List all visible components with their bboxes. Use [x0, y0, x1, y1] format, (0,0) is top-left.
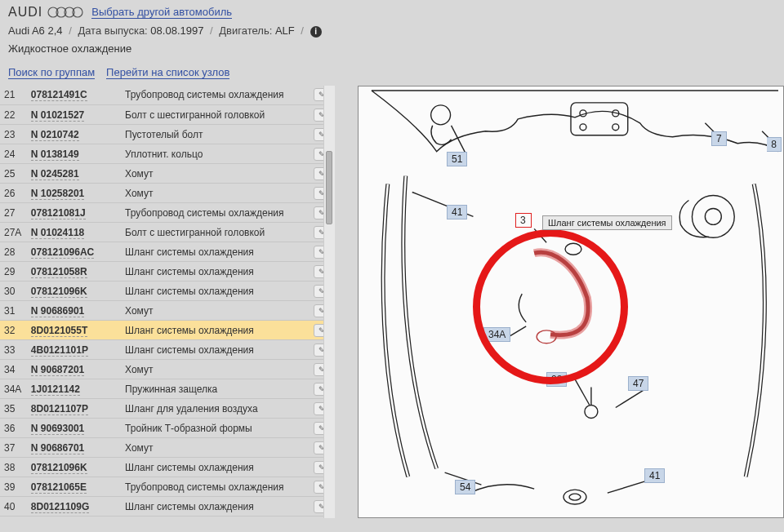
part-description: Тройник Т-образной формы [121, 419, 309, 438]
table-row[interactable]: 27078121081JТрубопровод системы охлажден… [0, 203, 335, 223]
table-row[interactable]: 34A1J0121142Пружинная защелка✎ [0, 379, 335, 399]
brand-logo: AUDI [8, 5, 83, 20]
table-row[interactable]: 334B0121101PШланг системы охлаждения✎ [0, 340, 335, 360]
part-number-link[interactable]: 8D0121107P [31, 403, 88, 415]
engine-value: ALF [275, 24, 295, 37]
callout-7[interactable]: 7 [711, 131, 727, 146]
part-number-cell: N 01024118 [27, 223, 121, 242]
row-index: 41 [0, 516, 27, 518]
part-description: Шланг системы охлаждения [121, 321, 309, 340]
callout-41[interactable]: 41 [447, 205, 467, 219]
part-number-cell: 8D0121107P [27, 399, 121, 419]
svg-point-8 [580, 123, 586, 130]
part-number-link[interactable]: 8D0121109G [31, 501, 89, 513]
part-description: Шланг для удаления воздуха [121, 399, 309, 419]
table-row[interactable]: 358D0121107PШланг для удаления воздуха✎ [0, 399, 335, 419]
table-row[interactable]: 31N 90686901Хомут✎ [0, 301, 335, 321]
table-row[interactable]: 41N 90655301Хомут✎ [0, 516, 335, 518]
part-number-link[interactable]: N 90693001 [31, 423, 84, 435]
part-number-cell: 8D0121109G [27, 497, 121, 516]
part-number-link[interactable]: N 10258201 [31, 188, 84, 200]
table-row[interactable]: 328D0121055TШланг системы охлаждения✎ [0, 321, 335, 340]
part-number-link[interactable]: N 90686901 [31, 305, 84, 317]
table-row[interactable]: 29078121058RШланг системы охлаждения✎ [0, 262, 335, 282]
row-index: 34A [0, 379, 27, 399]
part-number-link[interactable]: 078121065E [31, 481, 87, 494]
table-row[interactable]: 24N 0138149Уплотнит. кольцо✎ [0, 144, 335, 164]
part-description: Болт с шестигранной головкой [121, 223, 309, 242]
row-index: 29 [0, 262, 27, 282]
row-index: 30 [0, 282, 27, 301]
tab-search-by-groups[interactable]: Поиск по группам [8, 66, 95, 79]
part-number-link[interactable]: 1J0121142 [31, 383, 80, 396]
part-number-link[interactable]: N 90687201 [31, 364, 84, 376]
part-description: Пружинная защелка [121, 379, 309, 399]
part-number-cell: 078121065E [27, 477, 121, 497]
row-index: 33 [0, 340, 27, 360]
part-number-link[interactable]: 078121096K [31, 462, 87, 474]
svg-point-12 [692, 195, 734, 237]
part-number-cell: N 0210742 [27, 125, 121, 144]
part-number-link[interactable]: 078121096AC [31, 246, 94, 259]
svg-point-9 [612, 123, 619, 130]
callout-8[interactable]: 8 [767, 137, 782, 152]
callout-54[interactable]: 54 [455, 480, 475, 494]
callout-47[interactable]: 47 [628, 376, 648, 391]
change-car-link[interactable]: Выбрать другой автомобиль [91, 6, 232, 19]
scrollbar[interactable] [323, 86, 335, 518]
scrollbar-thumb[interactable] [326, 151, 332, 224]
row-index: 38 [0, 458, 27, 477]
part-number-link[interactable]: 8D0121055T [31, 325, 87, 337]
part-number-link[interactable]: 078121491C [31, 89, 87, 101]
part-number-link[interactable]: 078121081J [31, 207, 86, 219]
part-description: Трубопровод системы охлаждения [121, 203, 309, 223]
part-number-link[interactable]: N 0245281 [31, 168, 79, 180]
table-row[interactable]: 39078121065EТрубопровод системы охлажден… [0, 477, 335, 497]
part-number-link[interactable]: 4B0121101P [31, 344, 88, 357]
table-row[interactable]: 27AN 01024118Болт с шестигранной головко… [0, 223, 335, 242]
row-index: 21 [0, 86, 27, 105]
tab-go-to-assembly-list[interactable]: Перейти на список узлов [106, 66, 229, 79]
table-row[interactable]: 21078121491CТрубопровод системы охлажден… [0, 86, 335, 105]
row-index: 25 [0, 164, 27, 184]
callout-51[interactable]: 51 [447, 152, 467, 166]
part-number-cell: 1J0121142 [27, 379, 121, 399]
part-number-cell: N 90687201 [27, 360, 121, 379]
engine-label: Двигатель: [219, 24, 272, 37]
part-number-link[interactable]: N 0138149 [31, 149, 79, 161]
table-row[interactable]: 30078121096KШланг системы охлаждения✎ [0, 282, 335, 301]
part-description: Хомут [121, 360, 309, 379]
part-number-cell: 8D0121055T [27, 321, 121, 340]
table-row[interactable]: 408D0121109GШланг системы охлаждения✎ [0, 497, 335, 516]
parts-list-panel: 21078121491CТрубопровод системы охлажден… [0, 86, 335, 518]
svg-point-15 [564, 490, 586, 504]
svg-point-14 [585, 405, 598, 418]
part-number-link[interactable]: N 01021527 [31, 109, 84, 122]
row-index: 40 [0, 497, 27, 516]
part-number-link[interactable]: 078121058R [31, 266, 87, 278]
part-number-link[interactable]: N 0210742 [31, 129, 79, 141]
callout-41b[interactable]: 41 [644, 468, 665, 483]
diagram-panel[interactable]: 51 7 8 41 3 34A 28 47 54 41 Шланг систем… [358, 86, 784, 518]
table-row[interactable]: 38078121096KШланг системы охлаждения✎ [0, 458, 335, 477]
table-row[interactable]: 23N 0210742Пустотелый болт✎ [0, 125, 335, 144]
info-icon[interactable]: i [310, 26, 322, 38]
table-row[interactable]: 22N 01021527Болт с шестигранной головкой… [0, 105, 335, 125]
part-number-link[interactable]: 078121096K [31, 286, 87, 298]
table-row[interactable]: 34N 90687201Хомут✎ [0, 360, 335, 379]
part-number-link[interactable]: N 01024118 [31, 227, 84, 239]
table-row[interactable]: 25N 0245281Хомут✎ [0, 164, 335, 184]
part-number-link[interactable]: N 90686701 [31, 442, 84, 454]
table-row[interactable]: 26N 10258201Хомут✎ [0, 184, 335, 203]
svg-point-4 [431, 104, 451, 124]
callout-selected[interactable]: 3 [515, 213, 532, 228]
table-row[interactable]: 36N 90693001Тройник Т-образной формы✎ [0, 419, 335, 438]
part-number-cell: N 90655301 [27, 516, 121, 518]
part-number-cell: 078121096K [27, 458, 121, 477]
row-index: 31 [0, 301, 27, 321]
table-row[interactable]: 28078121096ACШланг системы охлаждения✎ [0, 242, 335, 262]
part-description: Шланг системы охлаждения [121, 497, 309, 516]
part-number-cell: 078121491C [27, 86, 121, 105]
table-row[interactable]: 37N 90686701Хомут✎ [0, 438, 335, 458]
part-number-cell: 4B0121101P [27, 340, 121, 360]
